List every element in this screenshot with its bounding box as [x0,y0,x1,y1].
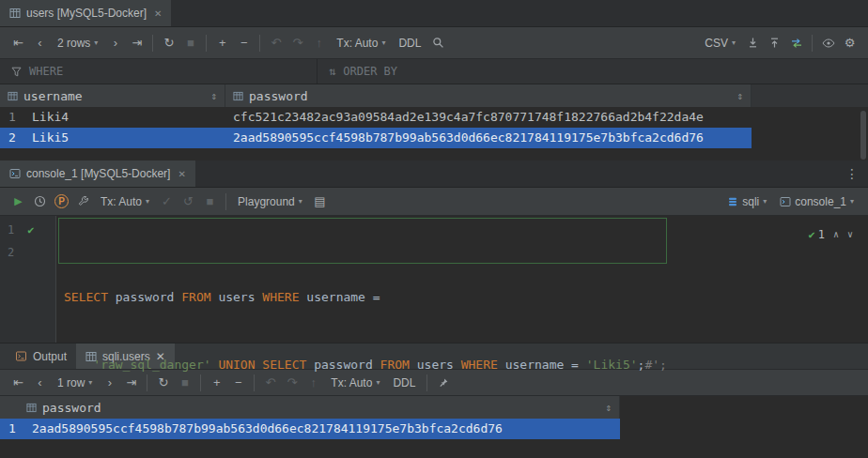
chevron-down-icon: ▾ [381,38,385,47]
import-data-icon[interactable] [764,33,785,53]
top-grid-header: username ⇕ password ⇕ [0,84,868,107]
sql-token: SELECT [262,358,306,372]
sql-token [64,358,93,372]
column-header-username[interactable]: username ⇕ [0,84,225,107]
next-problem-icon[interactable]: ∨ [847,223,853,246]
cell-password[interactable]: 2aad5890595ccf4598b787b99ab563d0d66ec821… [225,128,752,148]
query-history-clock-icon[interactable] [29,191,51,212]
code-line-1[interactable]: SELECT password FROM users WHERE usernam… [64,286,868,309]
previous-problem-icon[interactable]: ∧ [833,223,839,246]
executed-statement-frame [58,218,667,264]
last-page-button[interactable]: ⇥ [126,33,147,53]
stop-button[interactable]: ■ [179,33,201,53]
toolbar-separator [206,35,207,52]
playground-mode-dropdown[interactable]: Playground▾ [231,191,309,212]
sql-token: FROM [380,358,410,372]
tx-mode-dropdown[interactable]: Tx: Auto▾ [330,33,392,53]
settings-gear-icon[interactable]: ⚙ [839,33,860,53]
previous-page-button[interactable]: ‹ [29,373,51,393]
add-row-button[interactable]: + [211,33,233,53]
console-file-icon [9,168,21,179]
toolbar-separator [259,35,260,52]
schema-name-label: sqli [742,195,759,208]
sql-token: users [410,358,461,372]
code-editing-area[interactable]: SELECT password FROM users WHERE usernam… [56,216,868,343]
chevron-down-icon: ▾ [146,197,149,206]
header-filler [752,84,868,107]
column-header-password[interactable]: password ⇕ [225,84,752,107]
previous-page-button[interactable]: ‹ [29,33,51,53]
table-row[interactable]: 1 Liki4 cfc521c23482ac93a09584ad2e139c4a… [0,107,868,128]
gutter-line: 2 [0,241,55,264]
console-file-icon [780,196,791,207]
tab-label: Output [33,350,67,363]
cell-username[interactable]: Liki4 [26,107,225,128]
sort-toggle-icon[interactable]: ⇕ [736,90,743,102]
code-line-2[interactable]: 'raw_sql_danger' UNION SELECT password F… [64,354,868,376]
database-icon [727,196,738,207]
playground-label: Playground [238,195,295,208]
gutter-line: 1 ✔ [0,219,55,241]
statement-success-check-icon[interactable]: ✔ [27,223,34,237]
page-size-dropdown[interactable]: 2 rows▾ [51,33,104,53]
export-data-icon[interactable] [742,33,764,53]
reload-data-button[interactable]: ↻ [158,33,179,53]
sort-toggle-icon[interactable]: ⇕ [210,90,217,102]
sql-token: username = [498,358,586,372]
line-number: 2 [8,246,14,259]
vertical-scrollbar[interactable] [860,111,866,160]
order-by-input[interactable]: ⇅ ORDER BY [318,59,397,84]
view-options-eye-icon[interactable] [817,33,839,53]
close-icon[interactable]: ✕ [154,8,162,19]
row-filler [752,107,868,128]
execute-button[interactable]: ▶ [8,191,29,212]
delete-row-button[interactable]: − [233,33,255,53]
column-label: username [23,89,83,103]
stop-button[interactable]: ■ [199,191,221,212]
more-options-kebab-icon[interactable]: ⋮ [845,166,859,181]
column-label: password [249,89,308,103]
redo-button[interactable]: ↷ [287,33,308,53]
chevron-down-icon: ▾ [299,197,302,206]
cell-password[interactable]: cfc521c23482ac93a09584ad2e139c4a7fc87077… [225,107,752,128]
inspections-widget[interactable]: ✔ 1 ∧ ∨ [808,223,853,246]
submit-changes-button[interactable]: ↑ [308,33,330,53]
where-filter-input[interactable]: WHERE [0,59,318,84]
console-selector-dropdown[interactable]: console_1 ▾ [773,191,860,212]
tab-label: users [MySQL5-Docker] [26,7,147,20]
close-icon[interactable]: ✕ [178,169,185,179]
ddl-button[interactable]: DDL [392,33,427,53]
grid-empty-area [0,148,868,160]
column-icon [233,91,243,101]
first-page-button[interactable]: ⇤ [8,373,29,393]
row-filler [752,128,868,148]
table-row-selected[interactable]: 2 Liki5 2aad5890595ccf4598b787b99ab563d0… [0,128,868,148]
tab-console-1[interactable]: console_1 [MySQL5-Docker] ✕ [0,160,195,187]
console-tab-bar: console_1 [MySQL5-Docker] ✕ ⋮ [0,160,868,188]
tab-users-table[interactable]: users [MySQL5-Docker] ✕ [0,0,171,26]
table-grid-icon [9,8,21,19]
compare-sync-icon[interactable] [785,33,807,53]
console-toolbar: ▶ P Tx: Auto▾ ✓ ↺ ■ Playground▾ ▤ sqli ▾… [0,188,868,216]
tx-mode-dropdown[interactable]: Tx: Auto▾ [94,191,156,212]
schema-selector-dropdown[interactable]: sqli ▾ [721,191,773,212]
commit-button[interactable]: ✓ [156,191,178,212]
chevron-down-icon: ▾ [94,38,98,47]
in-editor-results-icon[interactable]: ▤ [309,191,331,212]
tx-mode-label: Tx: Auto [101,195,142,208]
cell-username[interactable]: Liki5 [26,128,225,148]
sql-token: username = [300,290,380,304]
row-number: 1 [0,419,26,439]
export-format-dropdown[interactable]: CSV▾ [698,33,742,53]
next-page-button[interactable]: › [104,33,126,53]
first-page-button[interactable]: ⇤ [8,33,29,53]
p-badge-icon[interactable]: P [51,191,72,212]
wrench-settings-icon[interactable] [72,191,94,212]
toolbar-separator [812,35,813,52]
inspections-count: 1 [818,223,825,246]
rollback-button[interactable]: ↺ [178,191,199,212]
toolbar-separator [152,35,153,52]
undo-button[interactable]: ↶ [265,33,287,53]
search-icon-button[interactable] [427,33,449,53]
page-size-label: 2 rows [57,37,90,50]
